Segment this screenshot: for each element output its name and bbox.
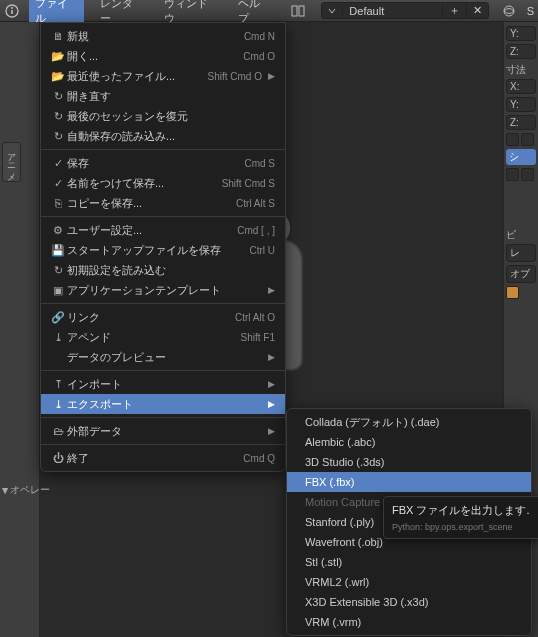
bg-item-1[interactable]: オブ [506, 265, 536, 283]
export-item-label: 3D Studio (.3ds) [305, 456, 521, 468]
file-menu-item-4[interactable]: ↻最後のセッションを復元 [41, 106, 285, 126]
export-item-0[interactable]: Collada (デフォルト) (.dae) [287, 412, 531, 432]
export-item-7[interactable]: Stl (.stl) [287, 552, 531, 572]
export-item-1[interactable]: Alembic (.abc) [287, 432, 531, 452]
svg-rect-3 [292, 6, 297, 16]
export-item-label: Alembic (.abc) [305, 436, 521, 448]
lock-row [506, 133, 536, 146]
export-item-2[interactable]: 3D Studio (.3ds) [287, 452, 531, 472]
folder-icon: 📂 [49, 70, 67, 83]
menu-item-label: エクスポート [67, 397, 262, 412]
file-menu-item-9[interactable]: ⎘コピーを保存...Ctrl Alt S [41, 193, 285, 213]
cube-icon[interactable] [506, 286, 519, 299]
file-menu-item-14[interactable]: ▣アプリケーションテンプレート▶ [41, 280, 285, 300]
scene-add-icon[interactable]: ＋ [443, 2, 467, 19]
world-icon[interactable] [521, 168, 534, 181]
refresh-icon: ↻ [49, 110, 67, 123]
export-item-9[interactable]: X3D Extensible 3D (.x3d) [287, 592, 531, 612]
left-tab[interactable]: アニメ [2, 142, 21, 182]
doc-icon: 🗎 [49, 30, 67, 42]
scene-name[interactable]: Default [343, 4, 443, 18]
menu-item-label: データのプレビュー [67, 350, 262, 365]
file-menu-item-18[interactable]: データのプレビュー▶ [41, 347, 285, 367]
scene-link-icon[interactable] [501, 3, 516, 19]
dim-z[interactable]: Z: [506, 115, 536, 130]
menu-item-label: インポート [67, 377, 262, 392]
file-menu-item-23[interactable]: 🗁外部データ▶ [41, 421, 285, 441]
shade-button[interactable]: シ [506, 149, 536, 165]
export-item-label: VRM (.vrm) [305, 616, 521, 628]
bg-heading: ビ [506, 228, 536, 242]
file-menu-item-8[interactable]: ✓名前をつけて保存...Shift Cmd S [41, 173, 285, 193]
file-menu-item-3[interactable]: ↻開き直す [41, 86, 285, 106]
file-menu-item-0[interactable]: 🗎新規Cmd N [41, 26, 285, 46]
svg-point-1 [11, 7, 13, 9]
check-icon: ✓ [49, 157, 67, 170]
chevron-right-icon: ▶ [268, 71, 275, 81]
menu-item-label: 最近使ったファイル... [67, 69, 208, 84]
scene-remove-icon[interactable]: ✕ [467, 3, 488, 18]
refresh-icon: ↻ [49, 130, 67, 143]
dim-y[interactable]: Y: [506, 97, 536, 112]
svg-rect-2 [11, 10, 13, 14]
pencil-icon[interactable] [506, 168, 519, 181]
menu-item-accel: Cmd Q [243, 453, 275, 464]
tooltip-python: Python: bpy.ops.export_scene [392, 522, 534, 532]
refresh-icon: ↻ [49, 90, 67, 103]
lock-icon[interactable] [521, 133, 534, 146]
menu-item-label: 開く... [67, 49, 243, 64]
menu-item-label: 保存 [67, 156, 244, 171]
copy-icon: ⎘ [49, 197, 67, 209]
export-item-label: Stl (.stl) [305, 556, 521, 568]
menu-item-label: 最後のセッションを復元 [67, 109, 275, 124]
import-icon: ⤒ [49, 378, 67, 391]
folder-icon: 📂 [49, 50, 67, 63]
chevron-right-icon: ▶ [268, 285, 275, 295]
dim-x[interactable]: X: [506, 79, 536, 94]
chevron-right-icon: ▶ [268, 426, 275, 436]
chevron-right-icon: ▶ [268, 379, 275, 389]
export-item-label: VRML2 (.wrl) [305, 576, 521, 588]
lock-icon[interactable] [506, 133, 519, 146]
layout-icon[interactable] [290, 3, 305, 19]
info-icon[interactable] [4, 3, 19, 19]
file-menu-item-2[interactable]: 📂最近使ったファイル...Shift Cmd O▶ [41, 66, 285, 86]
menu-item-label: 新規 [67, 29, 244, 44]
coord-y[interactable]: Y: [506, 26, 536, 41]
file-menu-item-13[interactable]: ↻初期設定を読み込む [41, 260, 285, 280]
check-icon: ✓ [49, 177, 67, 190]
menu-item-label: 開き直す [67, 89, 275, 104]
file-menu-item-20[interactable]: ⤒インポート▶ [41, 374, 285, 394]
file-menu-item-16[interactable]: 🔗リンクCtrl Alt O [41, 307, 285, 327]
file-menu-item-21[interactable]: ⤓エクスポート▶ [41, 394, 285, 414]
export-item-10[interactable]: VRM (.vrm) [287, 612, 531, 632]
operator-panel-header[interactable]: ▶オペレー [2, 483, 50, 497]
menu-item-label: アプリケーションテンプレート [67, 283, 262, 298]
menu-item-label: ユーザー設定... [67, 223, 237, 238]
dim-heading: 寸法 [506, 63, 536, 77]
export-item-label: X3D Extensible 3D (.x3d) [305, 596, 521, 608]
menu-item-label: スタートアップファイルを保存 [67, 243, 249, 258]
file-menu-item-17[interactable]: ⤓アペンドShift F1 [41, 327, 285, 347]
menu-item-accel: Ctrl Alt S [236, 198, 275, 209]
file-menu-item-25[interactable]: ⏻終了Cmd Q [41, 448, 285, 468]
icon-row [506, 168, 536, 181]
scene-dropdown[interactable] [322, 6, 343, 16]
export-item-8[interactable]: VRML2 (.wrl) [287, 572, 531, 592]
scene-selector[interactable]: Default ＋ ✕ [321, 2, 489, 19]
tooltip: FBX ファイルを出力します. Python: bpy.ops.export_s… [383, 496, 538, 539]
file-menu-item-5[interactable]: ↻自動保存の読み込み... [41, 126, 285, 146]
menu-item-accel: Cmd [ , ] [237, 225, 275, 236]
tooltip-title: FBX ファイルを出力します. [392, 503, 534, 518]
file-menu-item-11[interactable]: ⚙ユーザー設定...Cmd [ , ] [41, 220, 285, 240]
menu-item-label: 初期設定を読み込む [67, 263, 275, 278]
menu-item-label: 自動保存の読み込み... [67, 129, 275, 144]
file-menu-item-7[interactable]: ✓保存Cmd S [41, 153, 285, 173]
menu-item-label: 終了 [67, 451, 243, 466]
menu-item-label: アペンド [67, 330, 241, 345]
export-item-3[interactable]: FBX (.fbx) [287, 472, 531, 492]
file-menu-item-12[interactable]: 💾スタートアップファイルを保存Ctrl U [41, 240, 285, 260]
coord-z[interactable]: Z: [506, 44, 536, 59]
bg-item-0[interactable]: レ [506, 244, 536, 262]
file-menu-item-1[interactable]: 📂開く...Cmd O [41, 46, 285, 66]
